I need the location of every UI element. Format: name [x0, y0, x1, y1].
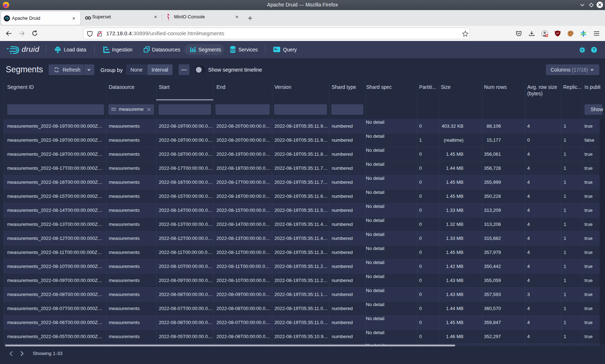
svg-text:?: ? — [593, 47, 595, 53]
svg-text:uO: uO — [556, 32, 559, 34]
